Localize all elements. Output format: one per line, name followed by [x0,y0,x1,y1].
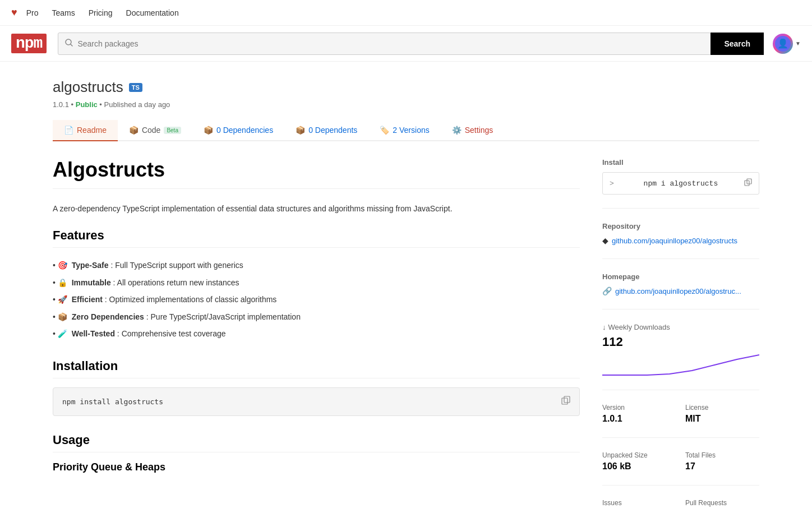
ts-badge: TS [129,83,142,92]
sidebar-install-label: Install [602,158,759,167]
tab-readme-label: Readme [77,126,107,135]
install-heading: Installation [53,359,580,378]
tab-settings[interactable]: ⚙️ Settings [441,120,505,141]
nav-link-teams[interactable]: Teams [52,8,75,17]
unpacked-label: Unpacked Size [602,451,676,459]
tabs: 📄 Readme 📦 Code Beta 📦 0 Dependencies 📦 … [53,120,759,141]
total-files-value: 17 [685,461,759,472]
avatar-dropdown-icon: ▼ [795,40,801,47]
package-meta: 1.0.1 • Public • Published a day ago [53,100,759,109]
feature-emoji-5: 🧪 [58,329,67,338]
tab-code-label: Code [142,126,160,135]
svg-rect-2 [562,398,568,404]
search-icon [65,39,73,48]
list-item: 🚀 Efficient : Optimized implementations … [53,291,580,308]
npm-logo: npm [11,34,47,53]
tab-dependents[interactable]: 📦 0 Dependents [284,120,368,141]
unpacked-item: Unpacked Size 106 kB [602,451,676,472]
sidebar-install: Install > npm i algostructs [602,158,759,209]
heart-icon: ♥ [11,7,17,19]
main-header: npm Search 👤 ▼ [0,26,812,62]
install-cmd-text: npm i algostructs [644,179,718,188]
prompt-symbol: > [610,179,614,188]
repo-icon: ◆ [602,236,608,245]
code-icon: 📦 [129,126,139,135]
sidebar-repo-label: Repository [602,222,759,230]
readme-title: Algostructs [53,158,580,189]
content-area: algostructs TS 1.0.1 • Public • Publishe… [41,62,771,513]
license-item: License MIT [685,404,759,424]
search-button[interactable]: Search [710,33,764,55]
feature-emoji-2: 🔒 [58,278,67,287]
package-visibility: Public [76,100,98,109]
search-input[interactable] [77,39,704,48]
list-item: 🎯 Type-Safe : Full TypeScript support wi… [53,257,580,274]
sidebar-homepage-link[interactable]: 🔗 github.com/joaquinllopez00/algostruc..… [602,286,759,295]
top-nav: ♥ Pro Teams Pricing Documentation [0,0,812,26]
install-command: npm install algostructs [62,398,163,406]
downloads-label: ↓ Weekly Downloads [602,323,759,331]
downloads-count: 112 [602,335,759,349]
package-name: algostructs [53,78,123,96]
nav-link-pricing[interactable]: Pricing [89,8,113,17]
svg-line-1 [71,44,72,46]
usage-section: Usage Priority Queue & Heaps [53,433,580,473]
version-value: 1.0.1 [602,414,676,424]
tab-versions[interactable]: 🏷️ 2 Versions [368,120,440,141]
nav-link-documentation[interactable]: Documentation [126,8,179,17]
install-prompt: > [610,179,614,188]
tab-readme[interactable]: 📄 Readme [53,120,118,141]
feature-emoji-4: 📦 [58,312,67,321]
feature-text-3: : Optimized implementations of classic a… [105,295,277,304]
meta-grid-2: Unpacked Size 106 kB Total Files 17 [602,451,759,472]
feature-text-4: : Pure TypeScript/JavaScript implementat… [146,312,301,321]
feature-emoji-3: 🚀 [58,295,67,304]
package-header: algostructs TS [53,78,759,96]
readme-description: A zero-dependency TypeScript implementat… [53,202,580,215]
sidebar-col: Install > npm i algostructs Re [602,158,759,513]
sidebar-size-files: Unpacked Size 106 kB Total Files 17 [602,451,759,486]
list-item: 🧪 Well-Tested : Comprehensive test cover… [53,325,580,342]
user-avatar[interactable]: 👤 [773,34,793,54]
sidebar-version-license: Version 1.0.1 License MIT [602,404,759,438]
feature-bold-3: Efficient [72,295,103,304]
feature-text-1: : Full TypeScript support with generics [110,261,243,270]
code-copy-icon[interactable] [561,396,570,408]
pull-requests-label: Pull Requests [685,499,759,507]
license-value: MIT [685,414,759,424]
package-version: 1.0.1 [53,100,69,109]
tab-code[interactable]: 📦 Code Beta [118,120,192,141]
package-published: Published a day ago [104,100,170,109]
features-heading: Features [53,228,580,248]
meta-grid-1: Version 1.0.1 License MIT [602,404,759,424]
version-label: Version [602,404,676,412]
readme-icon: 📄 [64,126,73,135]
meta-grid-3: Issues Pull Requests [602,499,759,509]
sidebar-repo-url: github.com/joaquinllopez00/algostructs [612,237,737,245]
feature-emoji-1: 🎯 [58,261,67,270]
tab-dependencies[interactable]: 📦 0 Dependencies [192,120,284,141]
tab-settings-label: Settings [465,126,493,135]
sidebar-copy-icon[interactable] [744,178,752,188]
svg-rect-3 [564,396,570,403]
usage-heading: Usage [53,433,580,452]
beta-badge: Beta [164,127,181,134]
top-nav-links: Pro Teams Pricing Documentation [26,8,179,17]
feature-text-5: : Comprehensive test coverage [117,329,226,338]
feature-bold-2: Immutable [72,278,111,287]
feature-bold-1: Type-Safe [72,261,109,270]
install-section: Installation npm install algostructs [53,359,580,416]
total-files-label: Total Files [685,451,759,459]
two-col-layout: Algostructs A zero-dependency TypeScript… [53,158,759,513]
version-item: Version 1.0.1 [602,404,676,424]
search-bar [58,33,711,55]
nav-link-pro[interactable]: Pro [26,8,39,17]
license-label: License [685,404,759,412]
sidebar-homepage: Homepage 🔗 github.com/joaquinllopez00/al… [602,272,759,309]
install-code-block: npm install algostructs [53,387,580,416]
avatar-inner: 👤 [775,36,791,52]
sidebar-repo-link[interactable]: ◆ github.com/joaquinllopez00/algostructs [602,236,759,245]
package-dot1: • [71,100,76,109]
tab-dependents-label: 0 Dependents [308,126,357,135]
main-col: Algostructs A zero-dependency TypeScript… [53,158,580,513]
